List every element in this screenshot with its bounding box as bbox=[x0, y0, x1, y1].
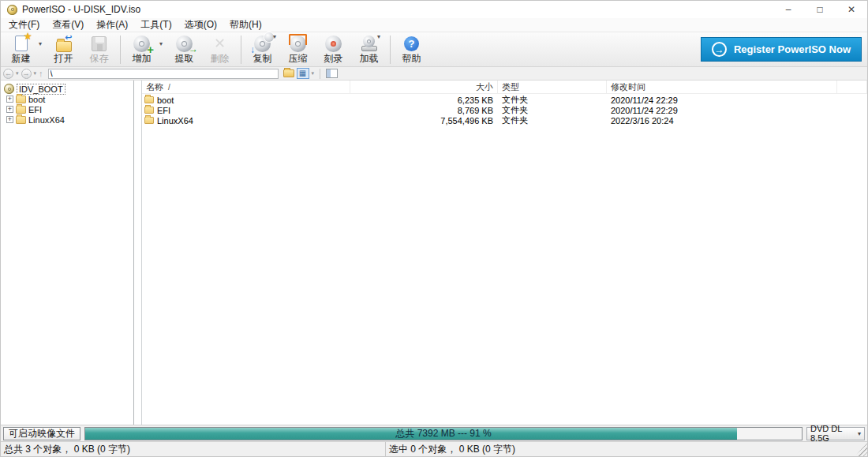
forward-icon: → bbox=[21, 69, 32, 79]
register-arrow-icon: → bbox=[712, 42, 727, 57]
chevron-down-icon: ▾ bbox=[858, 430, 861, 437]
tree-root-label[interactable]: IDV_BOOT bbox=[17, 84, 65, 95]
help-icon: ? bbox=[399, 34, 425, 54]
tree-item-linuxx64[interactable]: + LinuxX64 bbox=[6, 114, 133, 125]
extract-arrow-icon: → bbox=[189, 44, 198, 54]
tree-root[interactable]: IDV_BOOT bbox=[4, 84, 133, 94]
add-dropdown-caret[interactable]: ▾ bbox=[159, 40, 163, 47]
title-bar: PowerISO - U-DISK_IDV.iso – □ ✕ bbox=[1, 1, 867, 18]
open-arrow-icon: ↩ bbox=[65, 32, 72, 43]
help-button[interactable]: ? 帮助 bbox=[394, 34, 429, 66]
folder-icon bbox=[144, 107, 154, 114]
navigation-bar: ← ▾ → ▾ ↑ ▦ ▾ bbox=[1, 67, 867, 81]
table-row[interactable]: LinuxX64 7,554,496 KB 文件夹 2022/3/16 20:2… bbox=[142, 114, 867, 125]
new-document-icon: ★ bbox=[9, 34, 34, 54]
copy-arrow-icon: ↓ bbox=[250, 45, 255, 54]
mount-dropdown-caret[interactable]: ▾ bbox=[377, 33, 380, 40]
disc-image-icon bbox=[4, 84, 14, 94]
window-title: PowerISO - U-DISK_IDV.iso bbox=[22, 4, 140, 15]
mount-button[interactable]: ▾ 加载 bbox=[351, 34, 387, 66]
column-header-size[interactable]: 大小 bbox=[350, 81, 498, 93]
minimize-button[interactable]: – bbox=[773, 1, 804, 18]
tree-item-boot[interactable]: + boot bbox=[6, 94, 133, 104]
expand-icon[interactable]: + bbox=[6, 116, 13, 123]
folder-tree-panel: IDV_BOOT + boot + EFI + LinuxX64 bbox=[1, 81, 134, 425]
panel-layout-icon[interactable] bbox=[326, 69, 338, 78]
menu-bar: 文件(F) 查看(V) 操作(A) 工具(T) 选项(O) 帮助(H) bbox=[1, 18, 867, 32]
new-button[interactable]: ★ 新建 bbox=[3, 34, 39, 66]
app-disc-icon bbox=[7, 5, 17, 15]
toolbar-separator bbox=[390, 36, 391, 64]
back-dropdown-caret[interactable]: ▾ bbox=[16, 70, 19, 77]
panel-splitter[interactable] bbox=[134, 81, 141, 425]
clamp-icon bbox=[289, 34, 307, 45]
status-selected: 选中 0 个对象， 0 KB (0 字节) bbox=[386, 442, 855, 456]
toolbar-separator bbox=[241, 36, 241, 64]
toolbar: ★ 新建 ▾ ↩ 打开 保存 + 增加 ▾ → 提取 ✕ 删除 bbox=[1, 32, 867, 67]
extract-disc-icon: → bbox=[172, 34, 197, 54]
navbar-separator bbox=[320, 69, 320, 79]
expand-icon[interactable]: + bbox=[6, 106, 13, 113]
folder-view-icon[interactable] bbox=[283, 69, 294, 77]
maximize-button[interactable]: □ bbox=[804, 1, 836, 18]
burn-button[interactable]: 刻录 bbox=[316, 34, 351, 66]
menu-action[interactable]: 操作(A) bbox=[90, 18, 134, 32]
folder-icon bbox=[16, 106, 26, 114]
copy-dropdown-caret[interactable]: ▾ bbox=[273, 33, 276, 40]
star-icon: ★ bbox=[24, 31, 32, 42]
delete-x-icon: ✕ bbox=[208, 34, 233, 54]
media-type-select[interactable]: DVD DL 8.5G ▾ bbox=[806, 427, 865, 440]
plus-icon: + bbox=[147, 43, 154, 55]
copy-disc-icon: ↓ ▾ bbox=[250, 34, 275, 54]
status-bar: 总共 3 个对象， 0 KB (0 字节) 选中 0 个对象， 0 KB (0 … bbox=[1, 441, 867, 456]
menu-help[interactable]: 帮助(H) bbox=[223, 18, 268, 32]
menu-options[interactable]: 选项(O) bbox=[178, 18, 223, 32]
burn-disc-icon bbox=[321, 34, 346, 54]
folder-icon bbox=[144, 117, 154, 124]
delete-button: ✕ 删除 bbox=[202, 34, 238, 66]
menu-tools[interactable]: 工具(T) bbox=[134, 18, 178, 32]
expand-icon[interactable]: + bbox=[6, 96, 13, 103]
capacity-bar: 可启动映像文件 总共 7392 MB --- 91 % DVD DL 8.5G … bbox=[1, 425, 867, 441]
resize-grip[interactable] bbox=[855, 442, 867, 456]
save-button: 保存 bbox=[81, 34, 117, 66]
column-header-type[interactable]: 类型 bbox=[498, 81, 607, 93]
save-floppy-icon bbox=[87, 34, 112, 54]
view-mode-caret[interactable]: ▾ bbox=[312, 70, 315, 77]
sort-indicator-icon: / bbox=[168, 83, 170, 92]
copy-button[interactable]: ↓ ▾ 复制 bbox=[245, 34, 280, 66]
view-mode-icon[interactable]: ▦ bbox=[297, 68, 309, 79]
progress-text: 总共 7392 MB --- 91 % bbox=[85, 428, 802, 440]
menu-view[interactable]: 查看(V) bbox=[46, 18, 90, 32]
bootable-image-button[interactable]: 可启动映像文件 bbox=[3, 427, 80, 440]
folder-icon bbox=[16, 116, 26, 124]
back-icon: ← bbox=[3, 69, 13, 79]
open-folder-icon: ↩ bbox=[51, 34, 77, 54]
path-input[interactable] bbox=[48, 69, 279, 79]
folder-icon bbox=[144, 96, 154, 103]
toolbar-separator bbox=[120, 36, 121, 64]
menu-file[interactable]: 文件(F) bbox=[2, 18, 46, 32]
main-area: IDV_BOOT + boot + EFI + LinuxX64 名称 / 大小… bbox=[1, 81, 867, 425]
table-row[interactable]: boot 6,235 KB 文件夹 2020/11/24 22:29 bbox=[142, 94, 867, 104]
forward-dropdown-caret[interactable]: ▾ bbox=[34, 70, 37, 77]
folder-icon bbox=[16, 96, 26, 103]
add-disc-icon: + bbox=[129, 34, 155, 54]
register-button[interactable]: → Register PowerISO Now bbox=[701, 37, 862, 62]
up-icon: ↑ bbox=[39, 69, 43, 78]
compress-button[interactable]: 压缩 bbox=[280, 34, 316, 66]
table-row[interactable]: EFI 8,769 KB 文件夹 2020/11/24 22:29 bbox=[142, 104, 867, 114]
close-button[interactable]: ✕ bbox=[836, 1, 867, 18]
window-controls: – □ ✕ bbox=[773, 1, 867, 18]
open-button[interactable]: ↩ 打开 bbox=[46, 34, 81, 66]
mount-disc-icon: ▾ bbox=[357, 34, 382, 54]
column-header-modified[interactable]: 修改时间 bbox=[607, 81, 837, 93]
tree-item-efi[interactable]: + EFI bbox=[6, 104, 133, 114]
status-total: 总共 3 个对象， 0 KB (0 字节) bbox=[1, 442, 386, 456]
file-list-header: 名称 / 大小 类型 修改时间 bbox=[142, 81, 867, 94]
column-header-name[interactable]: 名称 / bbox=[142, 81, 350, 93]
extract-button[interactable]: → 提取 bbox=[166, 34, 202, 66]
new-dropdown-caret[interactable]: ▾ bbox=[39, 40, 42, 47]
add-button[interactable]: + 增加 bbox=[124, 34, 159, 66]
capacity-progress-bar: 总共 7392 MB --- 91 % bbox=[84, 427, 803, 440]
